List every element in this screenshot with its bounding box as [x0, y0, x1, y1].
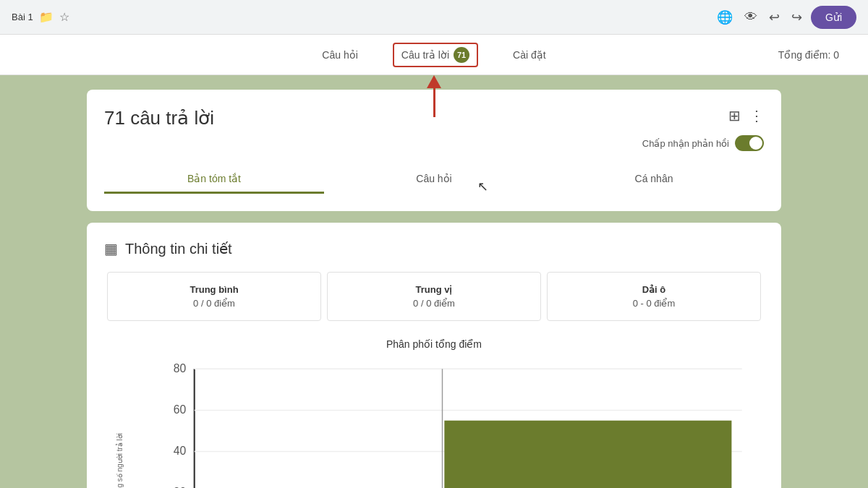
response-title: 71 câu trả lời: [104, 107, 214, 129]
stat-range: Dải ô 0 - 0 điểm: [547, 272, 761, 321]
stat-average-value: 0 / 0 điểm: [119, 298, 309, 309]
nav-settings[interactable]: Cài đặt: [507, 46, 552, 64]
stat-range-label: Dải ô: [559, 284, 749, 295]
accept-label: Chấp nhận phản hồi: [642, 138, 729, 149]
response-header-card: 71 câu trả lời ⊞ ⋮ Chấp nhận phản hồi Bả…: [87, 90, 781, 211]
stat-average: Trung bình 0 / 0 điểm: [107, 272, 321, 321]
tab-questions[interactable]: Câu hỏi: [324, 166, 544, 194]
add-spreadsheet-icon[interactable]: ⊞: [728, 107, 741, 124]
folder-icon[interactable]: 📁: [39, 10, 54, 24]
score-display: Tổng điểm: 0: [778, 49, 839, 61]
svg-text:40: 40: [174, 445, 187, 457]
response-header: 71 câu trả lời ⊞ ⋮: [104, 107, 764, 129]
chart-svg: 0 20 40 60 80: [132, 359, 752, 488]
stats-row: Trung bình 0 / 0 điểm Trung vị 0 / 0 điể…: [104, 272, 764, 321]
svg-text:80: 80: [174, 362, 187, 374]
redo-icon[interactable]: ↪: [791, 9, 802, 25]
chart-section: Phân phối tổng điểm # trong số người trả…: [104, 338, 764, 488]
chart-icon: ▦: [104, 240, 118, 257]
stat-median-label: Trung vị: [339, 284, 529, 295]
svg-rect-12: [444, 421, 731, 488]
more-options-icon[interactable]: ⋮: [749, 107, 764, 124]
tab-summary[interactable]: Bản tóm tắt: [104, 166, 324, 194]
response-count-badge: 71: [454, 47, 469, 63]
response-header-right: ⊞ ⋮: [728, 107, 764, 124]
nav-responses[interactable]: Câu trả lời 71: [393, 43, 478, 67]
stat-average-label: Trung bình: [119, 284, 309, 295]
details-header: ▦ Thông tin chi tiết: [104, 240, 764, 257]
details-title: Thông tin chi tiết: [125, 240, 232, 257]
browser-icons: 🌐 👁 ↩ ↪: [717, 9, 802, 25]
accept-toggle[interactable]: [735, 135, 764, 151]
tab-individual[interactable]: Cá nhân: [544, 166, 764, 194]
undo-icon[interactable]: ↩: [769, 9, 780, 25]
accept-row: Chấp nhận phản hồi: [104, 135, 764, 151]
send-button[interactable]: Gửi: [811, 6, 856, 29]
tab-title: Bài 1: [12, 12, 33, 22]
svg-text:60: 60: [174, 403, 187, 416]
stat-median-value: 0 / 0 điểm: [339, 298, 529, 309]
chart-title: Phân phối tổng điểm: [116, 338, 752, 350]
toggle-knob: [749, 137, 762, 150]
stat-median: Trung vị 0 / 0 điểm: [327, 272, 541, 321]
nav-responses-label: Câu trả lời: [401, 49, 449, 61]
stat-range-value: 0 - 0 điểm: [559, 298, 749, 309]
chart-area: # trong số người trả lời 0 20 40 60 80: [116, 359, 752, 488]
details-card: ▦ Thông tin chi tiết Trung bình 0 / 0 đi…: [87, 223, 781, 488]
forms-nav: Câu hỏi Câu trả lời 71 Cài đặt Tổng điểm…: [0, 35, 868, 75]
nav-questions[interactable]: Câu hỏi: [316, 46, 363, 64]
browser-tab: Bài 1 📁 ☆: [12, 10, 69, 24]
translate-icon[interactable]: 🌐: [717, 9, 733, 25]
chart-inner: 0 20 40 60 80: [132, 359, 752, 488]
star-icon[interactable]: ☆: [59, 10, 69, 24]
view-icon[interactable]: 👁: [744, 9, 757, 25]
y-axis-label: # trong số người trả lời: [116, 433, 124, 488]
response-tabs: Bản tóm tắt Câu hỏi Cá nhân: [104, 166, 764, 194]
main-content: 71 câu trả lời ⊞ ⋮ Chấp nhận phản hồi Bả…: [0, 75, 868, 488]
browser-bar: Bài 1 📁 ☆ 🌐 👁 ↩ ↪ Gửi: [0, 0, 868, 35]
